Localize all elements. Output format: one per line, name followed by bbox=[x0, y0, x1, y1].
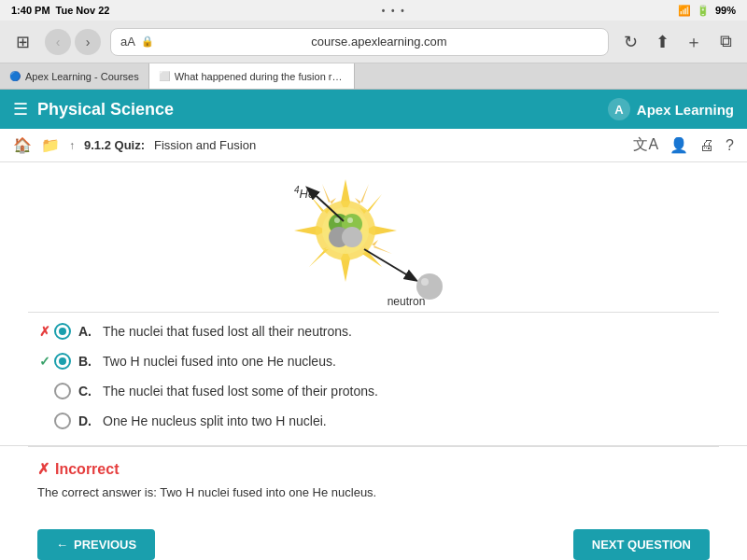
audio-icon[interactable]: 👤 bbox=[669, 136, 688, 154]
radio-a[interactable] bbox=[54, 323, 71, 340]
answer-option-d[interactable]: D. One He nucleus split into two H nucle… bbox=[37, 406, 710, 436]
neutron-label: neutron bbox=[388, 295, 426, 308]
status-right: 📶 🔋 99% bbox=[678, 5, 736, 17]
aa-text[interactable]: aA bbox=[120, 35, 135, 49]
print-icon[interactable]: 🖨 bbox=[699, 137, 714, 154]
tab-quiz[interactable]: ⬜ What happened during the fusion reacti… bbox=[149, 63, 355, 89]
forward-button[interactable]: › bbox=[75, 29, 101, 55]
answer-section: ✗ A. The nuclei that fused lost all thei… bbox=[0, 313, 747, 446]
day: Tue Nov 22 bbox=[56, 5, 110, 16]
home-icon[interactable]: 🏠 bbox=[13, 136, 32, 154]
time: 1:40 PM bbox=[11, 5, 50, 16]
svg-marker-12 bbox=[372, 240, 392, 254]
svg-point-18 bbox=[342, 227, 362, 247]
browser-tabs: 🔵 Apex Learning - Courses ⬜ What happene… bbox=[0, 63, 747, 90]
app-header: ☰ Physical Science A Apex Learning bbox=[0, 90, 747, 129]
fusion-diagram: 4He neutron bbox=[224, 170, 523, 310]
lock-icon: 🔒 bbox=[141, 35, 154, 48]
status-bar: 1:40 PM Tue Nov 22 • • • 📶 🔋 99% bbox=[0, 0, 747, 21]
apex-logo-text: Apex Learning bbox=[637, 102, 734, 118]
tabs-button[interactable]: ⧉ bbox=[713, 30, 738, 54]
answer-option-b[interactable]: ✓ B. Two H nuclei fused into one He nucl… bbox=[37, 346, 710, 376]
diagram-container: 4He neutron bbox=[0, 162, 747, 312]
tab2-label: What happened during the fusion reaction… bbox=[175, 71, 345, 82]
svg-point-20 bbox=[347, 217, 353, 223]
wifi-icon: 📶 bbox=[678, 5, 691, 17]
option-text-c: The nuclei that fused lost some of their… bbox=[103, 384, 710, 399]
answer-option-a[interactable]: ✗ A. The nuclei that fused lost all thei… bbox=[37, 316, 710, 346]
answer-option-c[interactable]: C. The nuclei that fused lost some of th… bbox=[37, 376, 710, 406]
option-letter-a: A. bbox=[78, 324, 95, 339]
breadcrumb-name: Fission and Fusion bbox=[154, 138, 256, 152]
tab2-icon: ⬜ bbox=[159, 71, 170, 81]
app-title: Physical Science bbox=[37, 100, 174, 119]
feedback-section: ✗ Incorrect The correct answer is: Two H… bbox=[0, 447, 747, 522]
apex-logo: A Apex Learning bbox=[607, 97, 734, 121]
secondary-nav: 🏠 📁 ↑ 9.1.2 Quiz: Fission and Fusion 文A … bbox=[0, 129, 747, 162]
option-text-d: One He nucleus split into two H nuclei. bbox=[103, 413, 710, 428]
tab-apex-courses[interactable]: 🔵 Apex Learning - Courses bbox=[0, 63, 149, 89]
prev-arrow-icon: ← bbox=[56, 538, 68, 552]
option-letter-c: C. bbox=[78, 384, 95, 399]
battery-percent: 99% bbox=[715, 5, 736, 16]
option-text-b: Two H nuclei fused into one He nucleus. bbox=[103, 354, 710, 369]
svg-point-25 bbox=[421, 278, 429, 286]
svg-marker-10 bbox=[355, 184, 369, 204]
x-mark-a: ✗ bbox=[39, 324, 50, 339]
dots: • • • bbox=[382, 6, 406, 16]
feedback-x-icon: ✗ bbox=[37, 460, 49, 478]
feedback-status: ✗ Incorrect bbox=[37, 460, 710, 478]
feedback-correct-answer: The correct answer is: Two H nuclei fuse… bbox=[37, 485, 710, 499]
option-letter-d: D. bbox=[78, 413, 95, 428]
svg-point-19 bbox=[334, 217, 340, 223]
breadcrumb-quiz: 9.1.2 Quiz: bbox=[84, 138, 145, 152]
button-row: ← PREVIOUS NEXT QUESTION bbox=[0, 522, 747, 560]
hamburger-menu-button[interactable]: ☰ bbox=[13, 99, 28, 119]
refresh-button[interactable]: ↻ bbox=[618, 30, 642, 54]
browser-chrome: ⊞ ‹ › aA 🔒 course.apexlearning.com ↻ ⬆ ＋… bbox=[0, 21, 747, 63]
content-area: 4He neutron ✗ bbox=[0, 162, 747, 560]
share-button[interactable]: ⬆ bbox=[650, 30, 674, 54]
svg-text:A: A bbox=[614, 103, 624, 117]
check-mark-b: ✓ bbox=[39, 354, 50, 369]
svg-marker-11 bbox=[322, 184, 336, 204]
radio-d[interactable] bbox=[54, 413, 71, 429]
previous-button[interactable]: ← PREVIOUS bbox=[37, 529, 155, 560]
radio-b[interactable] bbox=[54, 353, 71, 370]
option-text-a: The nuclei that fused lost all their neu… bbox=[103, 324, 710, 339]
translate-icon[interactable]: 文A bbox=[633, 135, 658, 155]
tab1-icon: 🔵 bbox=[9, 71, 21, 81]
back-button[interactable]: ‹ bbox=[45, 29, 71, 55]
battery-icon: 🔋 bbox=[697, 5, 710, 17]
svg-line-23 bbox=[364, 249, 416, 280]
apex-logo-icon: A bbox=[607, 97, 631, 121]
folder-icon[interactable]: 📁 bbox=[41, 136, 60, 154]
sidebar-toggle-button[interactable]: ⊞ bbox=[9, 29, 35, 55]
address-bar[interactable]: aA 🔒 course.apexlearning.com bbox=[110, 28, 609, 56]
breadcrumb-arrow: ↑ bbox=[69, 139, 75, 152]
tab1-label: Apex Learning - Courses bbox=[25, 71, 139, 82]
previous-label: PREVIOUS bbox=[74, 538, 136, 552]
new-tab-button[interactable]: ＋ bbox=[682, 30, 706, 54]
help-icon[interactable]: ? bbox=[726, 137, 734, 154]
next-question-button[interactable]: NEXT QUESTION bbox=[573, 529, 710, 560]
url-text: course.apexlearning.com bbox=[160, 35, 599, 49]
radio-inner-b bbox=[59, 357, 66, 365]
next-question-label: NEXT QUESTION bbox=[592, 538, 691, 552]
radio-inner-a bbox=[59, 328, 66, 335]
feedback-label: Incorrect bbox=[55, 461, 119, 478]
radio-c[interactable] bbox=[54, 383, 71, 399]
option-letter-b: B. bbox=[78, 354, 95, 369]
browser-actions: ↻ ⬆ ＋ ⧉ bbox=[618, 30, 738, 54]
